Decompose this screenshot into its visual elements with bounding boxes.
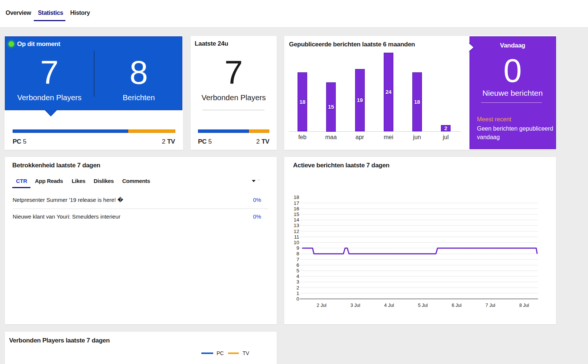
- svg-text:16: 16: [293, 206, 299, 211]
- svg-text:18: 18: [293, 194, 299, 200]
- svg-text:6 Jul: 6 Jul: [452, 302, 461, 308]
- svg-text:5: 5: [296, 268, 299, 273]
- svg-text:0: 0: [296, 296, 299, 302]
- svg-text:12: 12: [293, 228, 299, 234]
- svg-text:14: 14: [293, 217, 299, 223]
- svg-text:17: 17: [293, 200, 299, 206]
- svg-text:5 Jul: 5 Jul: [418, 302, 428, 308]
- svg-text:3 Jul: 3 Jul: [350, 302, 360, 308]
- svg-text:13: 13: [293, 223, 299, 228]
- svg-text:3: 3: [296, 279, 299, 285]
- svg-text:6: 6: [296, 262, 299, 268]
- svg-text:8 Jul: 8 Jul: [519, 302, 529, 308]
- svg-text:4: 4: [296, 273, 299, 279]
- svg-text:2 Jul: 2 Jul: [316, 302, 326, 308]
- svg-text:8: 8: [296, 251, 299, 256]
- svg-text:1: 1: [296, 290, 299, 296]
- svg-text:7: 7: [296, 256, 299, 262]
- svg-text:15: 15: [293, 211, 299, 217]
- svg-text:7 Jul: 7 Jul: [485, 302, 495, 308]
- svg-text:9: 9: [296, 245, 299, 251]
- svg-text:2: 2: [296, 285, 299, 290]
- svg-text:4 Jul: 4 Jul: [384, 302, 394, 308]
- svg-text:10: 10: [293, 240, 299, 245]
- svg-text:11: 11: [294, 234, 299, 239]
